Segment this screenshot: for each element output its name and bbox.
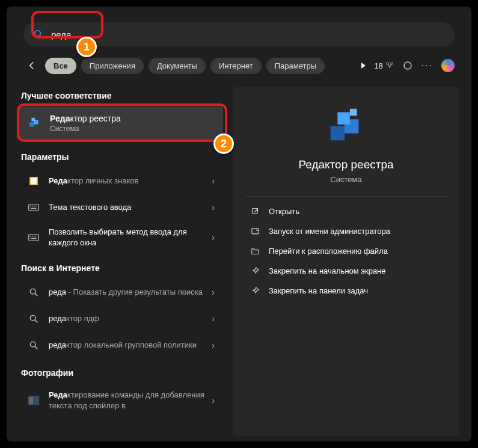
regedit-icon [27, 116, 41, 130]
details-title: Редактор реестра [245, 158, 447, 171]
action-label: Закрепить на панели задач [269, 286, 368, 295]
section-settings: Параметры [21, 152, 221, 162]
app-large-icon [245, 105, 447, 147]
chevron-right-icon: › [212, 340, 215, 350]
chevron-right-icon: › [212, 176, 215, 186]
open-icon [250, 207, 260, 216]
svg-rect-30 [330, 126, 344, 140]
svg-rect-35 [251, 229, 258, 234]
action-label: Перейти к расположению файла [269, 247, 388, 256]
svg-rect-9 [31, 179, 37, 184]
divider [245, 196, 447, 197]
svg-rect-7 [31, 118, 35, 121]
overflow-menu[interactable]: ··· [421, 60, 433, 71]
svg-rect-19 [34, 236, 35, 237]
more-filters-icon[interactable] [361, 63, 366, 69]
section-photos: Фотографии [21, 368, 221, 378]
details-subtitle: Система [245, 175, 447, 184]
svg-rect-10 [29, 204, 39, 211]
search-input[interactable] [51, 29, 445, 40]
best-match-title: Редактор реестра [50, 114, 121, 123]
copilot-icon[interactable] [441, 59, 455, 72]
settings-item[interactable]: Позволить выбирать метод ввода для каждо… [19, 221, 223, 254]
chevron-right-icon: › [212, 314, 215, 324]
svg-rect-33 [349, 109, 357, 116]
pin-icon [250, 286, 260, 295]
photo-item[interactable]: Редактирование команды для добавления те… [19, 384, 223, 417]
shield-icon [250, 227, 260, 236]
action-label: Открыть [269, 207, 299, 216]
web-item[interactable]: реда - Показать другие результаты поиска… [19, 279, 223, 305]
svg-rect-16 [29, 234, 39, 241]
annotation-badge-2: 2 [213, 133, 234, 154]
list-item-label: Позволить выбирать метод ввода для каждо… [49, 227, 212, 248]
svg-line-25 [35, 320, 37, 322]
action-pin-taskbar[interactable]: Закрепить на панели задач [245, 281, 447, 301]
action-label: Закрепить на начальном экране [269, 266, 386, 275]
search-icon [27, 340, 40, 350]
svg-rect-17 [30, 236, 31, 237]
keyboard-icon [27, 203, 40, 212]
details-panel: Редактор реестра Система Открыть Запуск … [233, 87, 459, 436]
action-label: Запуск от имени администратора [269, 227, 390, 236]
section-best-match: Лучшее соответствие [21, 91, 221, 100]
svg-line-27 [35, 346, 37, 349]
list-item-label: Тема текстового ввода [49, 202, 212, 213]
svg-rect-5 [29, 122, 34, 126]
folder-icon [250, 247, 260, 256]
svg-line-1 [40, 35, 43, 38]
list-item-label: Редактор личных знаков [49, 176, 212, 186]
svg-rect-18 [32, 236, 33, 237]
svg-line-23 [35, 293, 37, 296]
best-match-sub: Система [50, 124, 121, 133]
filter-all[interactable]: Все [45, 58, 76, 74]
filter-row: Все Приложения Документы Интернет Параме… [23, 57, 455, 74]
svg-rect-15 [31, 208, 37, 209]
list-item-label: Редактирование команды для добавления те… [49, 390, 212, 411]
svg-rect-20 [35, 236, 37, 237]
svg-rect-29 [29, 397, 34, 404]
svg-rect-14 [35, 206, 37, 207]
svg-point-4 [404, 62, 411, 69]
svg-rect-11 [30, 206, 31, 207]
svg-rect-34 [252, 209, 257, 214]
char-editor-icon [27, 176, 40, 186]
results-column: Лучшее соответствие Редактор реестра Сис… [19, 87, 223, 436]
chevron-right-icon: › [212, 233, 215, 242]
chevron-right-icon: › [212, 287, 215, 297]
list-item-label: реда - Показать другие результаты поиска [49, 287, 212, 298]
pin-icon [250, 266, 260, 275]
svg-rect-21 [31, 238, 37, 239]
web-item[interactable]: редактор локальной групповой политики › [19, 332, 223, 358]
svg-rect-13 [34, 206, 35, 207]
web-item[interactable]: редактор пдф › [19, 305, 223, 332]
action-pin-start[interactable]: Закрепить на начальном экране [245, 261, 447, 281]
search-icon [27, 314, 40, 324]
filter-settings[interactable]: Параметры [266, 58, 325, 74]
svg-rect-12 [32, 206, 33, 207]
list-item-label: редактор пдф [49, 313, 212, 324]
filter-web[interactable]: Интернет [210, 58, 262, 74]
action-open[interactable]: Открыть [245, 201, 447, 221]
chevron-right-icon: › [212, 203, 215, 212]
settings-item[interactable]: Редактор личных знаков › [19, 168, 223, 194]
best-match-item[interactable]: Редактор реестра Система [19, 106, 223, 140]
rewards-points[interactable]: 18 [374, 61, 393, 70]
search-icon [33, 29, 44, 40]
filter-docs[interactable]: Документы [149, 58, 206, 74]
chevron-right-icon: › [212, 396, 215, 405]
svg-rect-32 [337, 112, 349, 124]
back-button[interactable] [23, 57, 40, 74]
svg-point-36 [256, 229, 258, 231]
keyboard-icon [27, 233, 40, 242]
image-thumb-icon [27, 395, 40, 406]
action-open-location[interactable]: Перейти к расположению файла [245, 241, 447, 261]
annotation-badge-1: 1 [76, 37, 97, 57]
section-web: Поиск в Интернете [21, 263, 221, 273]
search-icon [27, 287, 40, 297]
action-run-admin[interactable]: Запуск от имени администратора [245, 221, 447, 241]
filter-apps[interactable]: Приложения [81, 58, 144, 74]
settings-item[interactable]: Тема текстового ввода › [19, 194, 223, 221]
list-item-label: редактор локальной групповой политики [49, 340, 212, 351]
circle-icon[interactable] [402, 60, 413, 71]
